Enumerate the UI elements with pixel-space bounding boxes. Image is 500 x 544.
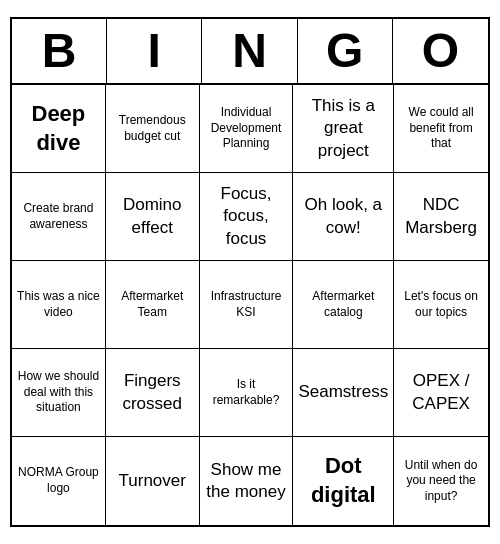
bingo-cell-5[interactable]: Create brand awareness (12, 173, 106, 261)
bingo-cell-4[interactable]: We could all benefit from that (394, 85, 488, 173)
bingo-cell-16[interactable]: Fingers crossed (106, 349, 200, 437)
bingo-card: B I N G O Deep diveTremendous budget cut… (10, 17, 490, 527)
bingo-cell-9[interactable]: NDC Marsberg (394, 173, 488, 261)
bingo-cell-3[interactable]: This is a great project (293, 85, 394, 173)
bingo-cell-7[interactable]: Focus, focus, focus (200, 173, 294, 261)
bingo-cell-8[interactable]: Oh look, a cow! (293, 173, 394, 261)
letter-n: N (202, 19, 297, 83)
letter-i: I (107, 19, 202, 83)
bingo-cell-21[interactable]: Turnover (106, 437, 200, 525)
bingo-cell-17[interactable]: Is it remarkable? (200, 349, 294, 437)
bingo-cell-19[interactable]: OPEX / CAPEX (394, 349, 488, 437)
bingo-cell-6[interactable]: Domino effect (106, 173, 200, 261)
letter-o: O (393, 19, 488, 83)
bingo-cell-24[interactable]: Until when do you need the input? (394, 437, 488, 525)
letter-b: B (12, 19, 107, 83)
bingo-cell-0[interactable]: Deep dive (12, 85, 106, 173)
bingo-cell-10[interactable]: This was a nice video (12, 261, 106, 349)
bingo-header: B I N G O (12, 19, 488, 85)
bingo-cell-11[interactable]: Aftermarket Team (106, 261, 200, 349)
bingo-cell-22[interactable]: Show me the money (200, 437, 294, 525)
bingo-cell-12[interactable]: Infrastructure KSI (200, 261, 294, 349)
bingo-cell-18[interactable]: Seamstress (293, 349, 394, 437)
bingo-cell-23[interactable]: Dot digital (293, 437, 394, 525)
bingo-cell-15[interactable]: How we should deal with this situation (12, 349, 106, 437)
bingo-cell-20[interactable]: NORMA Group logo (12, 437, 106, 525)
letter-g: G (298, 19, 393, 83)
bingo-grid: Deep diveTremendous budget cutIndividual… (12, 85, 488, 525)
bingo-cell-2[interactable]: Individual Development Planning (200, 85, 294, 173)
bingo-cell-1[interactable]: Tremendous budget cut (106, 85, 200, 173)
bingo-cell-13[interactable]: Aftermarket catalog (293, 261, 394, 349)
bingo-cell-14[interactable]: Let's focus on our topics (394, 261, 488, 349)
